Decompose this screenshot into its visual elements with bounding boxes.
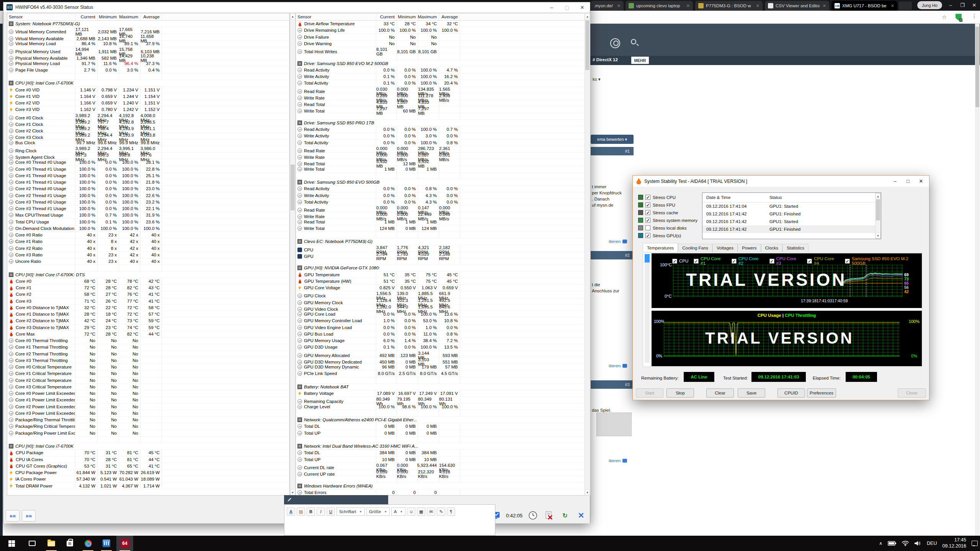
- log-row[interactable]: 09.12.2016 17:41:42GPU1: Started: [702, 218, 881, 225]
- sensor-blank-row[interactable]: [7, 73, 289, 80]
- sensor-section-row[interactable]: System: Notebook P775DM3(-G): [7, 21, 289, 27]
- stress-option[interactable]: ✓Stress system memory: [638, 218, 697, 223]
- sensor-row[interactable]: Core #1 Ratio40 x8 x42 x40 x: [7, 238, 289, 245]
- aida64-tab-temperatures[interactable]: Temperatures: [643, 243, 678, 252]
- browser-tab[interactable]: P775DM3-G : BSOD w✕: [695, 1, 763, 11]
- sensor-row[interactable]: CPU GT Cores (Graphics)53 °C31 °C65 °C41…: [7, 463, 289, 469]
- quote-button[interactable]: itieren: [609, 239, 627, 244]
- graphs-scrollbar[interactable]: [645, 254, 650, 363]
- italic-button[interactable]: I: [317, 507, 325, 516]
- sensor-row[interactable]: Total UP10 MB0 MB10 MB: [296, 456, 586, 463]
- sensor-row[interactable]: GPU Memory Clock1,128.4 MHz101.3 MHz1,25…: [296, 298, 586, 305]
- scrollbar-thumb[interactable]: [645, 254, 650, 262]
- sensor-row[interactable]: Uncore Ratio40 x23 x40 x40 x: [7, 258, 289, 265]
- hwinfo-taskbar-button[interactable]: [98, 536, 115, 551]
- smiley-icon[interactable]: ☺: [407, 507, 415, 516]
- clear-button[interactable]: Clear: [706, 388, 734, 398]
- sensor-row[interactable]: Physical Memory Load91.7 %11.6 %96.4 %37…: [7, 60, 289, 67]
- sensor-row[interactable]: Write Total1 MB0 MB1 MB: [296, 166, 586, 173]
- sensor-blank-row[interactable]: [296, 113, 586, 120]
- sensor-row[interactable]: Core #1 Thread #1 Usage100.0 %0.0 %100.0…: [7, 179, 289, 186]
- log-scrollbar[interactable]: ▲ ▼: [875, 193, 881, 239]
- aida64-tab-clocks[interactable]: Clocks: [761, 244, 783, 253]
- cpuid-button[interactable]: CPUID: [777, 388, 805, 398]
- sensor-row[interactable]: Read Rate0.000 MB/s0.000 MB/s0.147 MB/s0…: [296, 205, 586, 212]
- sensor-row[interactable]: Write Rate0.289 MB/s0.000 MB/s111.278 MB…: [296, 93, 586, 100]
- legend-item[interactable]: ✓CPU Core #2: [732, 256, 764, 266]
- sensor-row[interactable]: On-Demand Clock Modulation100.0 %100.0 %…: [7, 225, 289, 232]
- sensor-row[interactable]: Core #1 Thread #0 Usage100.0 %0.0 %100.0…: [7, 173, 289, 179]
- sensor-row[interactable]: Total UP0 MB0 MB0 MB: [296, 430, 586, 437]
- sensor-row[interactable]: Package/Ring Thermal ThrottlingNoNoNo: [7, 417, 289, 423]
- aida64-tab-cooling-fans[interactable]: Cooling Fans: [678, 244, 712, 253]
- legend-item[interactable]: ✓CPU Core #3: [769, 256, 802, 266]
- sensor-row[interactable]: Core #3 Clock3,989.2 MHz2,294.4 MHz4,193…: [7, 133, 289, 139]
- sensor-row[interactable]: Ring Clock3,989.2 MHz2,294.4 MHz3,995.1 …: [7, 146, 289, 153]
- legend-item[interactable]: ✓CPU Core #4: [807, 256, 840, 266]
- sensor-row[interactable]: PCIe Link Speed8.0 GT/s2.5 GT/s8.0 GT/s4…: [296, 370, 586, 377]
- hwinfo-minimize-button[interactable]: –: [544, 2, 559, 12]
- sensor-row[interactable]: Core #172 °C28 °C82 °C43 °C: [7, 285, 289, 291]
- sensor-row[interactable]: Read Activity0.0 %0.0 %0.8 %0.0 %: [296, 186, 586, 192]
- sensor-row[interactable]: Core #0 Critical TemperatureNoNoNo: [7, 364, 289, 370]
- preferences-button[interactable]: Preferences: [807, 388, 836, 398]
- legend-checkbox[interactable]: ✓: [769, 259, 774, 264]
- sensor-row[interactable]: Battery Voltage17.089 V16.697 V17.249 V1…: [296, 390, 586, 397]
- rate-thread-button[interactable]: ema bewerten ▾: [591, 135, 634, 144]
- sensor-row[interactable]: Core #2 Thread #1 Usage100.0 %0.0 %100.0…: [7, 192, 289, 199]
- checkbox[interactable]: ✓: [645, 233, 650, 238]
- tray-clock[interactable]: 17:45 09.12.2016: [942, 537, 966, 549]
- sensor-row[interactable]: Core #371 °C26 °C77 °C41 °C: [7, 298, 289, 305]
- scroll-up-arrow[interactable]: ▲: [585, 13, 590, 19]
- sensor-blank-row[interactable]: [296, 410, 586, 417]
- sensor-row[interactable]: Core #2 VID1.166 V0.659 V1.240 V1.151 V: [7, 100, 289, 106]
- sensor-row[interactable]: Bus Clock99.7 MHz99.6 MHz99.9 MHz99.8 MH…: [7, 140, 289, 146]
- sensor-section-row[interactable]: Network: Intel Dual Band Wireless-AC 316…: [296, 443, 586, 450]
- sensor-row[interactable]: Read Activity0.0 %0.0 %100.0 %0.7 %: [296, 126, 586, 133]
- sensor-section-row[interactable]: CPU [#0]: Intel Core i7-6700K: [7, 443, 289, 450]
- email-icon[interactable]: ✉: [427, 507, 435, 516]
- sensor-blank-row[interactable]: [296, 258, 586, 265]
- sensor-row[interactable]: CPU Package70 °C31 °C81 °C45 °C: [7, 450, 289, 456]
- stress-option[interactable]: ✓Stress CPU: [638, 195, 676, 200]
- sensor-blank-row[interactable]: [296, 54, 586, 60]
- sensor-section-row[interactable]: Clevo EC: Notebook P775DM3(-G): [296, 238, 586, 245]
- sensor-row[interactable]: System Agent Clock997.3 MHz996.3 MHz998.…: [7, 153, 289, 159]
- browser-tab[interactable]: CSV Viewer and Editor✕: [765, 1, 829, 11]
- font-size-select[interactable]: Größe▼: [366, 507, 390, 516]
- sensor-row[interactable]: Write Rate0.000 MB/s0.000 MB/s0.087 MB/s…: [296, 153, 586, 159]
- sensor-row[interactable]: GPU D3D Memory Dedicated450 MB0 MB3,103 …: [296, 357, 586, 364]
- sensor-row[interactable]: Total Host Writes8,101 GB8,101 GB8,101 G…: [296, 47, 586, 54]
- legend-item[interactable]: ✓Samsung SSD 850 EVO M.2 500GB: [845, 256, 922, 266]
- close-sensors-icon[interactable]: ✕: [575, 510, 587, 521]
- sensor-row[interactable]: Core #3 Thread #0 Usage100.0 %0.0 %100.0…: [7, 199, 289, 205]
- file-explorer-button[interactable]: [43, 536, 60, 551]
- sensor-row[interactable]: GPU D3D Memory Dynamic96 MB0 MB179 MB57 …: [296, 364, 586, 370]
- sensor-row[interactable]: Write Activity0.0 %0.0 %3.0 %0.0 %: [296, 133, 586, 139]
- save-button[interactable]: Save: [738, 388, 765, 398]
- sensor-row[interactable]: Core #2 Ratio40 x8 x42 x40 x: [7, 245, 289, 252]
- sensor-row[interactable]: Write Total124 MB0 MB124 MB: [296, 225, 586, 232]
- sensor-row[interactable]: Current UP rate0.059 KB/s0.000 KB/s212.3…: [296, 469, 586, 476]
- aida64-tab-statistics[interactable]: Statistics: [782, 244, 808, 253]
- sensor-section-row[interactable]: Drive: Samsung SSD 850 EVO 500GB: [296, 179, 586, 186]
- sensor-row[interactable]: Total DRAM Power4.132 W1.021 W4.367 W1.7…: [7, 483, 289, 489]
- sensor-row[interactable]: GPU Clock1,556.5 MHz139.0 MHz1,885.5 MHz…: [296, 291, 586, 298]
- legend-item[interactable]: ✓CPU Core #1: [694, 256, 726, 266]
- sensor-row[interactable]: Physical Memory Available1,346 MB582 MB1…: [7, 54, 289, 60]
- sensor-row[interactable]: Total Activity0.1 %0.0 %100.0 %20.4 %: [296, 80, 586, 86]
- sensor-section-row[interactable]: Windows Hardware Errors (WHEA): [296, 483, 586, 489]
- sensor-section-row[interactable]: GPU [#0]: NVIDIA GeForce GTX 1080:: [296, 265, 586, 271]
- stability-log-list[interactable]: Date & TimeStatus 09.12.2016 17:41:04GPU…: [702, 192, 881, 239]
- sensor-section-row[interactable]: Drive: Samsung SSD 850 PRO 1TB: [296, 120, 586, 126]
- sensor-row[interactable]: Core #1 VID1.164 V0.659 V1.244 V1.154 V: [7, 93, 289, 100]
- sensor-row[interactable]: Virtual Memory Commited17,121 MB2,032 MB…: [7, 27, 289, 34]
- bookmark-star-icon[interactable]: ☆: [942, 14, 947, 21]
- aida64-close-button[interactable]: ✕: [915, 176, 928, 186]
- sensor-row[interactable]: Read Rate0.030 MB/s0.000 MB/s134.835 MB/…: [296, 87, 586, 93]
- sensor-row[interactable]: Core #3 VID1.162 V0.780 V1.242 V1.152 V: [7, 106, 289, 113]
- sensor-row[interactable]: GPU Bus Load0.0 %0.0 %11.0 %0.8 %: [296, 331, 586, 337]
- sensor-row[interactable]: Charge Level100.0 %98.6 %100.0 %100.0 %: [296, 404, 586, 410]
- paragraph-icon[interactable]: ¶: [447, 507, 455, 516]
- sensor-row[interactable]: Core #2 Thermal ThrottlingNoNoNo: [7, 351, 289, 357]
